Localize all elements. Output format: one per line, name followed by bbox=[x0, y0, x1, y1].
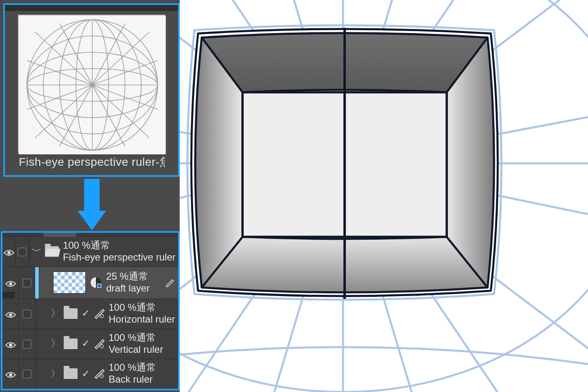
check-icon: ✓ bbox=[82, 368, 90, 380]
chevron-right-icon[interactable]: 〉 bbox=[51, 338, 60, 350]
material-thumbnail[interactable] bbox=[18, 15, 165, 154]
lock-checkbox[interactable] bbox=[22, 370, 31, 379]
layer-opacity-text: 100 %通常 bbox=[109, 302, 175, 314]
layer-folder-bruler[interactable]: 〉 ✓ 100 %通常 Back ruler bbox=[2, 359, 178, 389]
layer-folder-vruler[interactable]: 〉 ✓ 100 %通常 Vertical ruler bbox=[2, 329, 178, 359]
layer-mask-icon[interactable] bbox=[90, 276, 102, 289]
svg-point-47 bbox=[9, 282, 12, 285]
chevron-down-icon[interactable]: ﹀ bbox=[32, 245, 41, 257]
check-icon: ✓ bbox=[82, 307, 90, 319]
layer-name-text: Horizontal ruler bbox=[109, 314, 175, 325]
apply-below-toggle[interactable] bbox=[2, 292, 15, 298]
layer-name-text: draft layer bbox=[106, 283, 150, 294]
perspective-ruler-icon bbox=[94, 368, 105, 379]
layer-thumbnail[interactable] bbox=[53, 272, 86, 294]
eye-icon[interactable] bbox=[3, 248, 15, 256]
layer-opacity-text: 100 %通常 bbox=[109, 362, 156, 374]
layer-folder-row[interactable]: ﹀ 100 %通常 Fish-eye perspective ruler bbox=[2, 237, 178, 267]
perspective-ruler-icon bbox=[94, 339, 105, 349]
svg-point-54 bbox=[9, 373, 12, 376]
lock-checkbox[interactable] bbox=[18, 247, 27, 256]
folder-icon bbox=[64, 339, 78, 349]
chevron-right-icon[interactable]: 〉 bbox=[51, 307, 60, 319]
perspective-ruler-icon bbox=[94, 308, 105, 319]
lock-checkbox[interactable] bbox=[22, 310, 31, 318]
svg-point-55 bbox=[100, 374, 103, 378]
folder-open-icon bbox=[45, 246, 59, 257]
material-name: Fish-eye perspective ruler-魚眼 bbox=[18, 154, 165, 170]
lock-checkbox[interactable] bbox=[22, 340, 31, 349]
material-thumbnail-panel[interactable]: Fish-eye perspective ruler-魚眼 bbox=[3, 3, 180, 177]
layer-name-text: Back ruler bbox=[109, 374, 156, 385]
layer-folder-hruler[interactable]: 〉 ✓ 100 %通常 Horizontal ruler bbox=[2, 299, 178, 329]
layer-opacity-text: 100 %通常 bbox=[63, 240, 176, 252]
check-icon: ✓ bbox=[82, 338, 90, 350]
layer-row-draft[interactable]: 25 %通常 draft layer bbox=[2, 267, 178, 299]
svg-point-52 bbox=[9, 343, 12, 347]
svg-point-53 bbox=[100, 345, 103, 348]
eye-icon[interactable] bbox=[5, 279, 16, 287]
svg-rect-49 bbox=[98, 284, 101, 287]
layer-opacity-text: 100 %通常 bbox=[109, 332, 163, 344]
layers-panel[interactable]: ﹀ 100 %通常 Fish-eye perspective ruler bbox=[1, 231, 180, 390]
chevron-right-icon[interactable]: 〉 bbox=[51, 368, 60, 380]
layer-name-text: Vertical ruler bbox=[109, 344, 163, 356]
layer-opacity-text: 25 %通常 bbox=[106, 271, 150, 283]
svg-point-46 bbox=[7, 251, 11, 254]
svg-point-51 bbox=[100, 314, 103, 318]
flow-arrow-icon bbox=[78, 179, 106, 230]
eye-icon[interactable] bbox=[5, 310, 16, 318]
layers-panel-tabstrip[interactable] bbox=[2, 233, 178, 237]
panel-titlebar[interactable] bbox=[5, 5, 178, 11]
layer-name-text: Fish-eye perspective ruler bbox=[63, 252, 176, 263]
folder-icon bbox=[64, 308, 78, 319]
svg-point-50 bbox=[9, 313, 12, 316]
eye-icon[interactable] bbox=[5, 370, 16, 378]
eye-icon[interactable] bbox=[5, 340, 16, 348]
fisheye-grid-icon bbox=[19, 16, 166, 154]
folder-icon bbox=[64, 368, 78, 379]
lock-checkbox[interactable] bbox=[22, 278, 31, 287]
draft-layer-icon bbox=[165, 277, 176, 288]
